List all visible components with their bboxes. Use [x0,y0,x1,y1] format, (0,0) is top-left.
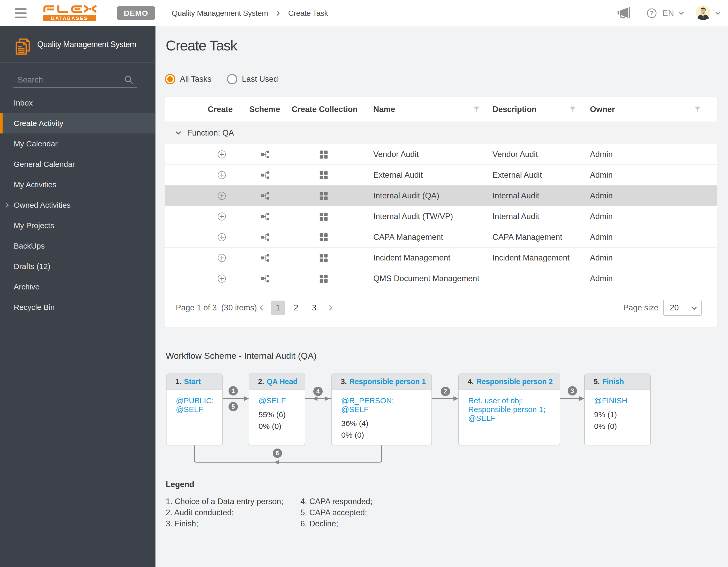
column-header-scheme[interactable]: Scheme [249,97,280,122]
page-size-select[interactable]: 20 [663,300,702,316]
sidebar-menu: Inbox Create Activity My Calendar Genera… [0,93,155,318]
step-name[interactable]: QA Head [267,378,298,386]
create-task-icon[interactable] [218,212,226,222]
cell-description: Incident Management [492,247,570,268]
create-task-icon[interactable] [218,233,226,242]
hamburger-menu-icon[interactable] [15,8,27,18]
create-task-icon[interactable] [218,192,226,201]
sidebar-item-label: BackUps [14,241,45,250]
column-header-name[interactable]: Name [373,97,395,122]
create-collection-icon[interactable] [320,192,328,201]
workflow-step-start[interactable]: 1.Start @PUBLIC; @SELF [166,374,223,445]
column-header-create[interactable]: Create [208,97,233,122]
scheme-icon[interactable] [261,192,270,201]
create-collection-icon[interactable] [320,275,328,284]
demo-badge[interactable]: DEMO [117,6,155,20]
sidebar-search[interactable]: Search [13,71,137,88]
filter-icon[interactable] [694,106,701,114]
table-header: Create Scheme Create Collection Name Des… [165,97,717,122]
create-collection-icon[interactable] [320,171,328,180]
cell-name: CAPA Management [373,227,443,247]
table-row[interactable]: External Audit External Audit Admin [165,165,717,185]
sidebar-item[interactable]: My Activities [0,174,155,195]
column-header-description[interactable]: Description [492,97,537,122]
table-row[interactable]: Incident Management Incident Management … [165,247,717,268]
radio-option[interactable]: All Tasks [165,74,211,84]
radio-option[interactable]: Last Used [227,74,278,84]
create-collection-icon[interactable] [320,150,328,160]
table-row[interactable]: CAPA Management CAPA Management Admin [165,227,717,247]
column-header-owner[interactable]: Owner [590,97,615,122]
workflow-step-responsible-1[interactable]: 3.Responsible person 1 @R_PERSON; @SELF … [331,374,432,445]
table-row[interactable]: Internal Audit (TW/VP) Internal Audit Ad… [165,206,717,227]
previous-page-icon[interactable] [254,301,269,315]
filter-icon[interactable] [569,106,576,114]
scheme-icon[interactable] [261,213,270,221]
page-number[interactable]: 2 [289,301,303,315]
cell-owner: Admin [590,144,613,165]
create-task-icon[interactable] [218,254,226,263]
language-switcher[interactable]: EN [663,9,685,18]
table-row[interactable]: QMS Document Management Admin [165,268,717,289]
scheme-icon[interactable] [261,171,270,180]
create-task-icon[interactable] [218,274,226,284]
filter-icon[interactable] [473,106,480,114]
step-name[interactable]: Responsible person 2 [476,378,553,386]
step-name[interactable]: Responsible person 1 [350,378,426,386]
cell-name: Internal Audit (TW/VP) [373,206,453,227]
page-number[interactable]: 1 [271,301,285,315]
sidebar-item[interactable]: My Calendar [0,133,155,154]
next-page-icon[interactable] [323,301,338,315]
table-row[interactable]: Internal Audit (QA) Internal Audit Admin [165,185,717,206]
sidebar-item[interactable]: General Calendar [0,154,155,174]
sidebar-item[interactable]: Create Activity [0,113,155,133]
workflow-step-finish[interactable]: 5.Finish @FINISH 9% (1) 0% (0) [584,374,651,445]
breadcrumb-parent[interactable]: Quality Management System [172,9,268,18]
svg-text:?: ? [650,10,654,17]
cell-name: QMS Document Management [373,268,479,289]
sidebar-item[interactable]: My Projects [0,215,155,236]
radio-circle[interactable] [165,74,175,84]
svg-text:DATABASES: DATABASES [51,16,88,21]
step-role: @SELF [259,396,300,405]
create-collection-icon[interactable] [320,254,328,263]
sidebar-item-label: Create Activity [14,119,63,128]
create-task-icon[interactable] [218,150,226,160]
scheme-icon[interactable] [261,254,270,263]
radio-circle[interactable] [227,74,237,84]
sidebar-item[interactable]: BackUps [0,236,155,256]
sidebar-item[interactable]: Inbox [0,93,155,113]
legend-item: 6. Decline; [300,518,373,529]
avatar[interactable] [696,5,710,21]
step-stat: 36% (4) [341,418,426,429]
sidebar-item[interactable]: Recycle Bin [0,297,155,318]
scheme-icon[interactable] [261,150,270,159]
step-name[interactable]: Finish [602,378,624,386]
announcements-icon[interactable] [617,7,631,19]
sidebar-item-label: Owned Activities [14,201,71,209]
sidebar-item[interactable]: Archive [0,276,155,297]
sidebar-module-header[interactable]: Quality Management System [0,26,155,63]
search-icon[interactable] [124,75,134,85]
sidebar-item[interactable]: Drafts (12) [0,256,155,276]
scheme-icon[interactable] [261,275,270,284]
workflow-step-responsible-2[interactable]: 4.Responsible person 2 Ref. user of obj:… [458,374,560,445]
create-task-icon[interactable] [218,171,226,180]
flex-databases-logo[interactable]: DATABASES [42,4,97,23]
create-collection-icon[interactable] [320,213,328,222]
step-name[interactable]: Start [184,378,201,386]
sidebar-item-label: Archive [14,282,40,291]
page-number[interactable]: 3 [307,301,321,315]
workflow-step-qa-head[interactable]: 2.QA Head @SELF 55% (6) 0% (0) [249,374,305,445]
sidebar-item[interactable]: Owned Activities [0,195,155,215]
scheme-icon[interactable] [261,233,270,242]
column-header-create-collection[interactable]: Create Collection [292,97,358,122]
user-menu[interactable] [696,5,721,21]
chevron-down-icon[interactable] [175,129,182,137]
help-icon[interactable]: ? [647,8,657,18]
cell-name: Internal Audit (QA) [373,185,439,206]
table-row[interactable]: Vendor Audit Vendor Audit Admin [165,144,717,165]
create-collection-icon[interactable] [320,233,328,242]
step-number: 5. [594,378,600,386]
table-group-row[interactable]: Function: QA [165,122,717,144]
